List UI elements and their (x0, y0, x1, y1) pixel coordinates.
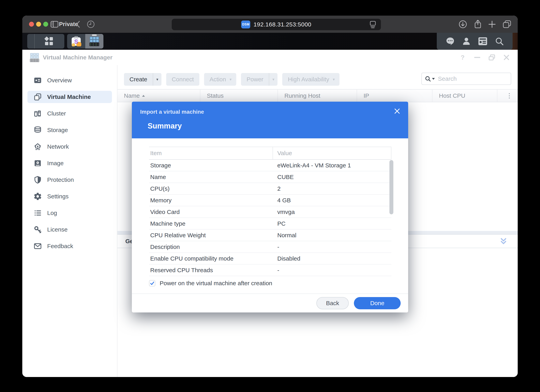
vm-column-ip[interactable]: IP (357, 90, 432, 102)
toolbar-button-label: Action (204, 76, 231, 83)
column-options-button[interactable] (497, 90, 518, 102)
widgets-icon[interactable] (478, 37, 488, 45)
toolbar-button-label: Power (241, 76, 269, 83)
summary-value-cell: vmvga (273, 209, 391, 215)
traffic-close-button[interactable] (29, 22, 34, 27)
share-icon[interactable] (473, 15, 483, 33)
summary-item-cell: Description (149, 244, 273, 250)
done-button[interactable]: Done (354, 297, 401, 309)
modal-scrollbar-thumb[interactable] (390, 160, 393, 214)
dropdown-caret-icon: ▾ (230, 77, 236, 82)
sidebar-toggle-icon[interactable] (50, 15, 59, 33)
close-icon[interactable] (503, 54, 510, 61)
sidebar-item-image[interactable]: Image (27, 157, 112, 169)
sidebar-item-cluster[interactable]: Cluster (27, 107, 112, 120)
url-bar[interactable]: DSM 192.168.31.253:5000 (172, 19, 381, 30)
import-vm-modal: Import a virtual machine Summary Item Va… (132, 102, 408, 312)
connect-button[interactable]: Connect (166, 73, 199, 86)
sidebar-item-overview[interactable]: Overview (27, 74, 112, 86)
summary-row-video-card: Video Cardvmvga (149, 206, 391, 218)
power-button[interactable]: Power▾ (241, 73, 278, 86)
sidebar-item-feedback[interactable]: Feedback (27, 240, 112, 252)
package-center-taskbar-button[interactable]: S (67, 34, 85, 49)
sidebar-item-virtual-machine[interactable]: Virtual Machine (27, 91, 112, 103)
vm-column-running-host[interactable]: Running Host (278, 90, 357, 102)
high-availability-button[interactable]: High Availability▾ (282, 73, 340, 86)
summary-row-cpu-relative-weight: CPU Relative WeightNormal (149, 230, 391, 241)
toolbar-button-label: High Availability (282, 76, 335, 83)
sidebar-item-label: Settings (47, 193, 69, 200)
log-icon (33, 209, 42, 217)
summary-row-description: Description- (149, 241, 391, 253)
summary-value-cell: 2 (273, 185, 391, 192)
summary-item-cell: CPU Relative Weight (149, 232, 273, 239)
vm-search-box[interactable] (421, 73, 511, 85)
vm-table-header: NameStatusRunning HostIPHost CPU (117, 89, 518, 102)
traffic-minimize-button[interactable] (36, 22, 41, 27)
dropdown-caret-icon[interactable]: ▾ (269, 77, 278, 82)
history-clock-icon[interactable] (86, 15, 96, 33)
column-header-label: Running Host (285, 92, 320, 99)
sidebar-item-settings[interactable]: Settings (27, 190, 112, 202)
dropdown-caret-icon: ▾ (333, 77, 340, 82)
summary-value-cell: Normal (273, 232, 391, 239)
vmm-title-bar: Virtual Machine Manager ? (22, 50, 518, 65)
window-controls: ? (459, 50, 510, 65)
action-button[interactable]: Action▾ (204, 73, 236, 86)
summary-item-cell: Machine type (149, 220, 273, 227)
vm-column-status[interactable]: Status (200, 90, 278, 102)
summary-item-cell: CPU(s) (149, 185, 273, 192)
toolbar-button-label: Create (124, 76, 153, 83)
summary-row-memory: Memory4 GB (149, 195, 391, 206)
summary-table-header: Item Value (149, 147, 391, 160)
modal-header: Import a virtual machine Summary (132, 102, 408, 138)
vmm-taskbar-button[interactable] (85, 34, 103, 49)
url-text: 192.168.31.253:5000 (253, 21, 311, 28)
dropdown-caret-icon[interactable]: ▾ (153, 77, 161, 82)
double-chevron-down-icon[interactable] (499, 237, 508, 246)
sidebar-item-network[interactable]: Network (27, 141, 112, 153)
new-tab-icon[interactable] (487, 15, 497, 33)
sidebar-item-protection[interactable]: Protection (27, 174, 112, 186)
user-icon[interactable] (462, 37, 471, 45)
search-input[interactable] (438, 75, 497, 82)
svg-text:S: S (74, 38, 78, 45)
sidebar-item-storage[interactable]: Storage (27, 124, 112, 136)
modal-close-icon[interactable] (394, 108, 401, 115)
download-icon[interactable] (458, 15, 468, 33)
notifications-icon[interactable] (446, 37, 455, 45)
app-window-title: Virtual Machine Manager (43, 50, 112, 65)
help-icon[interactable]: ? (459, 54, 466, 61)
tab-overview-icon[interactable] (501, 15, 513, 33)
back-button[interactable]: Back (316, 297, 349, 309)
protection-icon (33, 176, 42, 184)
page-settings-icon[interactable] (369, 20, 377, 28)
summary-value-cell: CUBE (273, 174, 391, 181)
sidebar-item-label: Feedback (47, 243, 73, 250)
back-chevron-icon[interactable] (74, 15, 82, 33)
package-center-icon: S (71, 36, 81, 46)
sort-ascending-icon (142, 95, 145, 97)
sidebar-item-license[interactable]: License (27, 223, 112, 236)
create-button[interactable]: Create▾ (124, 73, 161, 86)
main-menu-button[interactable] (27, 34, 64, 49)
traffic-zoom-button[interactable] (43, 22, 48, 27)
sidebar-item-label: Log (47, 210, 57, 216)
sidebar-item-log[interactable]: Log (27, 207, 112, 219)
checkmark-icon (150, 281, 155, 286)
summary-row-machine-type: Machine typePC (149, 218, 391, 230)
vertical-ellipsis-icon (509, 93, 510, 99)
search-icon[interactable] (495, 37, 504, 46)
power-on-checkbox-row[interactable]: Power on the virtual machine after creat… (149, 280, 272, 286)
power-on-checkbox[interactable] (149, 280, 155, 286)
sidebar-item-label: Image (47, 160, 64, 167)
network-icon (33, 142, 42, 151)
vm-column-name[interactable]: Name (117, 90, 200, 102)
modal-step-title: Summary (148, 122, 182, 130)
vm-column-host-cpu[interactable]: Host CPU (432, 90, 497, 102)
search-filter-caret-icon[interactable] (432, 78, 435, 80)
summary-col-value: Value (273, 147, 391, 159)
maximize-icon[interactable] (489, 54, 495, 61)
minimize-icon[interactable] (474, 54, 480, 61)
vmm-toolbar: Create▾ConnectAction▾Power▾High Availabi… (124, 73, 340, 86)
